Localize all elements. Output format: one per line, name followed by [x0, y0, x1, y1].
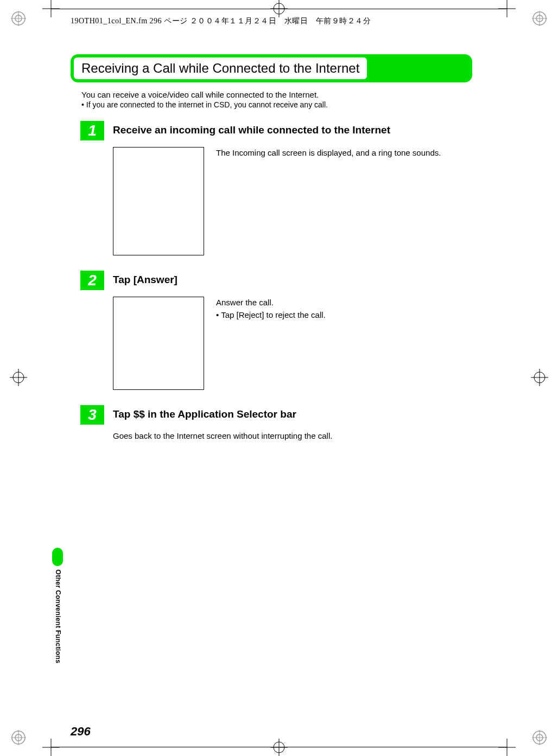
intro-bullet: If you are connected to the internet in …	[81, 100, 489, 109]
step-body: The Incoming call screen is displayed, a…	[113, 147, 489, 255]
step-title: Tap [Answer]	[113, 274, 177, 286]
step-row: 2 Tap [Answer]	[80, 271, 489, 290]
step-description: Goes back to the Internet screen without…	[113, 431, 489, 440]
step-number-badge: 1	[80, 121, 104, 140]
registration-mark-icon	[532, 730, 547, 745]
step-row: 1 Receive an incoming call while connect…	[80, 121, 489, 140]
registration-mark-icon	[11, 11, 26, 26]
intro-text: You can receive a voice/video call while…	[81, 90, 489, 99]
screenshot-placeholder	[113, 147, 204, 255]
crop-cross-icon	[10, 369, 27, 388]
page-content: Receiving a Call while Connected to the …	[71, 54, 489, 440]
step-body: Answer the call. Tap [Reject] to reject …	[113, 297, 489, 390]
step-title: Receive an incoming call while connected…	[113, 124, 390, 136]
step-title: Tap $$ in the Application Selector bar	[113, 408, 296, 420]
crop-cross-icon	[531, 369, 548, 388]
page-number: 296	[71, 725, 91, 739]
header-info: 19OTH01_1col_EN.fm 296 ページ ２００４年１１月２４日 水…	[71, 16, 371, 26]
side-tab-marker	[52, 548, 63, 566]
section-title: Receiving a Call while Connected to the …	[74, 57, 367, 79]
registration-mark-icon	[11, 730, 26, 745]
step-desc-text: Answer the call.	[216, 298, 274, 307]
side-section-label: Other Convenient Functions	[54, 569, 62, 663]
section-title-banner: Receiving a Call while Connected to the …	[71, 54, 472, 82]
registration-mark-icon	[532, 11, 547, 26]
step-number-badge: 2	[80, 271, 104, 290]
step-number-badge: 3	[80, 405, 104, 425]
step-description: The Incoming call screen is displayed, a…	[216, 147, 441, 255]
step-description: Answer the call. Tap [Reject] to reject …	[216, 297, 326, 390]
screenshot-placeholder	[113, 297, 204, 390]
step-row: 3 Tap $$ in the Application Selector bar	[80, 405, 489, 425]
step-bullet: Tap [Reject] to reject the call.	[216, 309, 326, 321]
